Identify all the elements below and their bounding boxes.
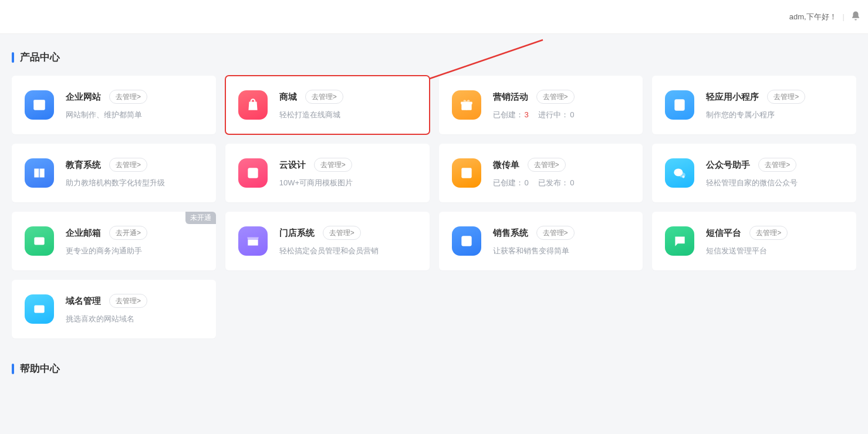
svg-rect-8 <box>465 102 467 110</box>
topbar-divider: | <box>843 12 845 21</box>
svg-rect-14 <box>461 168 471 178</box>
card-title: 教育系统 <box>66 160 101 171</box>
domain-icon: w.= <box>25 294 54 324</box>
unopen-tag: 未开通 <box>185 212 216 224</box>
card-mall[interactable]: 商城 去管理> 轻松打造在线商城 <box>225 76 430 134</box>
svg-point-4 <box>37 101 38 103</box>
news-icon <box>452 158 481 188</box>
card-title: 销售系统 <box>493 228 528 239</box>
image-icon <box>238 158 268 188</box>
card-title: 云设计 <box>279 160 306 171</box>
card-desc: 10W+可商用模板图片 <box>279 178 417 188</box>
card-desc: 制作您的专属小程序 <box>706 110 843 120</box>
svg-point-20 <box>683 175 685 178</box>
card-title: 企业网站 <box>66 91 101 103</box>
envelope-icon <box>25 226 54 256</box>
browser-window-icon <box>25 90 54 120</box>
card-title: 短信平台 <box>706 228 741 239</box>
manage-button[interactable]: 去管理> <box>314 158 352 172</box>
card-title: 微传单 <box>493 160 519 171</box>
manage-button[interactable]: 去管理> <box>528 158 566 172</box>
open-button[interactable]: 去开通> <box>109 226 147 240</box>
svg-rect-17 <box>463 175 470 177</box>
product-grid: 企业网站 去管理> 网站制作、维护都简单 商城 去管理> 轻松打造在线商城 <box>12 76 856 338</box>
manage-button[interactable]: 去管理> <box>305 90 343 104</box>
gift-icon <box>452 90 481 120</box>
card-education[interactable]: 教育系统 去管理> 助力教培机构数字化转型升级 <box>12 144 216 202</box>
section-heading-help: 帮助中心 <box>12 362 856 375</box>
svg-rect-29 <box>677 239 683 240</box>
manage-button[interactable]: 去管理> <box>536 90 575 104</box>
svg-point-13 <box>249 170 252 172</box>
card-miniapp[interactable]: 轻应用小程序 去管理> 制作您的专属小程序 <box>652 76 856 134</box>
card-wechat-oa[interactable]: 公众号助手 去管理> 轻松管理自家的微信公众号 <box>652 144 856 202</box>
manage-button[interactable]: 去管理> <box>749 226 788 240</box>
manage-button[interactable]: 去管理> <box>536 226 575 240</box>
card-desc: 已创建：3 进行中：0 <box>493 110 630 120</box>
stat-label: 已发布： <box>538 178 569 187</box>
svg-rect-15 <box>463 170 467 172</box>
svg-rect-27 <box>463 243 464 245</box>
card-title: 公众号助手 <box>706 160 750 171</box>
manage-button[interactable]: 去管理> <box>109 294 147 308</box>
card-website[interactable]: 企业网站 去管理> 网站制作、维护都简单 <box>12 76 216 134</box>
card-title: 门店系统 <box>279 228 315 239</box>
svg-rect-16 <box>463 174 470 175</box>
topbar: adm,下午好！ | <box>0 0 868 34</box>
manage-button[interactable]: 去管理> <box>758 158 796 172</box>
card-design[interactable]: 云设计 去管理> 10W+可商用模板图片 <box>225 144 430 202</box>
card-store[interactable]: 门店系统 去管理> 轻松搞定会员管理和会员营销 <box>225 212 430 270</box>
svg-rect-28 <box>465 243 470 245</box>
shopping-bag-icon <box>238 90 268 120</box>
manage-button[interactable]: 去管理> <box>323 226 361 240</box>
card-sales[interactable]: 销售系统 去管理> 让获客和销售变得简单 <box>439 212 643 270</box>
card-sms[interactable]: 短信平台 去管理> 短信发送管理平台 <box>652 212 856 270</box>
card-title: 商城 <box>279 91 297 103</box>
svg-rect-24 <box>465 239 470 240</box>
stat-label: 进行中： <box>538 110 569 119</box>
svg-text:w.=: w.= <box>36 307 43 312</box>
miniapp-icon <box>665 90 694 120</box>
notification-bell-icon[interactable] <box>850 10 861 23</box>
stat-value: 0 <box>570 178 574 187</box>
stat-label: 已创建： <box>493 178 523 187</box>
section-heading-products: 产品中心 <box>12 50 856 64</box>
card-email[interactable]: 未开通 企业邮箱 去开通> 更专业的商务沟通助手 <box>12 212 216 270</box>
storefront-icon <box>238 226 268 256</box>
svg-rect-26 <box>465 241 470 242</box>
manage-button[interactable]: 去管理> <box>109 158 147 172</box>
book-icon <box>25 158 54 188</box>
card-title: 轻应用小程序 <box>706 91 759 103</box>
card-domain[interactable]: w.= 域名管理 去管理> 挑选喜欢的网站域名 <box>12 280 216 338</box>
stat-value: 3 <box>525 110 529 119</box>
section-title: 产品中心 <box>20 50 60 64</box>
greeting-text: adm,下午好！ <box>789 12 837 22</box>
card-title: 营销活动 <box>493 91 528 103</box>
card-desc: 已创建：0 已发布：0 <box>493 178 630 188</box>
card-desc: 挑选喜欢的网站域名 <box>66 314 203 324</box>
stat-label: 已创建： <box>493 110 523 119</box>
card-desc: 轻松搞定会员管理和会员营销 <box>279 246 417 256</box>
card-flyer[interactable]: 微传单 去管理> 已创建：0 已发布：0 <box>439 144 643 202</box>
list-icon <box>452 226 481 256</box>
chat-bubble-icon <box>665 226 694 256</box>
card-desc: 轻松打造在线商城 <box>279 110 417 120</box>
card-desc: 网站制作、维护都简单 <box>66 110 203 120</box>
card-desc: 助力教培机构数字化转型升级 <box>66 178 203 188</box>
wechat-icon <box>665 158 694 188</box>
card-desc: 短信发送管理平台 <box>706 246 843 256</box>
card-desc: 让获客和销售变得简单 <box>493 246 630 256</box>
svg-point-3 <box>35 101 36 103</box>
stat-value: 0 <box>525 178 529 187</box>
svg-rect-25 <box>463 241 464 242</box>
card-title: 企业邮箱 <box>66 228 101 239</box>
manage-button[interactable]: 去管理> <box>767 90 805 104</box>
stat-value: 0 <box>570 110 574 119</box>
manage-button[interactable]: 去管理> <box>109 90 147 104</box>
svg-rect-23 <box>463 239 464 240</box>
card-desc: 更专业的商务沟通助手 <box>66 246 203 256</box>
card-marketing[interactable]: 营销活动 去管理> 已创建：3 进行中：0 <box>439 76 643 134</box>
svg-point-5 <box>39 101 40 103</box>
svg-rect-11 <box>39 168 40 177</box>
card-desc: 轻松管理自家的微信公众号 <box>706 178 843 188</box>
